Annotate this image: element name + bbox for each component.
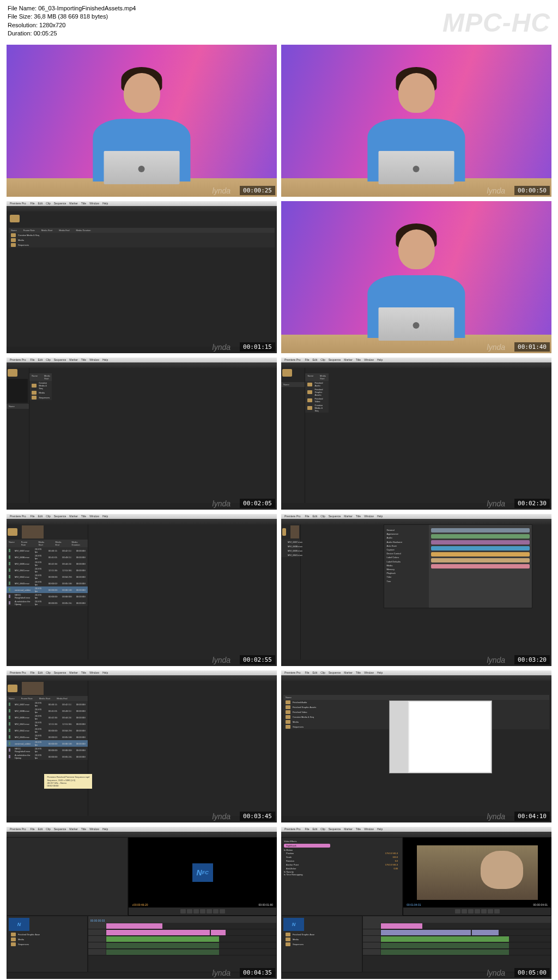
thumbnail-6[interactable]: Premiere ProFileEditClipSequenceMarkerTi… — [281, 358, 551, 510]
transport-controls[interactable] — [129, 908, 276, 915]
timecode: 00:01:15 — [240, 342, 275, 352]
timecode: 00:00:25 — [240, 186, 275, 195]
timecode: 00:00:50 — [514, 186, 550, 195]
project-panel[interactable]: N Finished Graphic Asse Media Sequences — [7, 916, 88, 972]
bin-row[interactable]: Media — [9, 238, 275, 243]
effects-panel[interactable] — [7, 837, 128, 916]
thumbnail-3[interactable]: Premiere Pro FileEditClipSequenceMarkerT… — [7, 201, 277, 353]
thumbnail-12[interactable]: Premiere ProFileEditClipSequenceMarkerTi… — [281, 827, 551, 979]
thumbnail-11[interactable]: Premiere ProFileEditClipSequenceMarkerTi… — [7, 827, 277, 979]
clip-tooltip: Premiere Finished Premiere Sequence.mp4 … — [44, 774, 92, 789]
menubar[interactable]: Premiere Pro FileEditClipSequenceMarkerT… — [7, 201, 277, 207]
program-monitor[interactable]: 00:01:04:01 00:00:04:01 — [403, 837, 551, 916]
thumbnail-4[interactable]: lynda 00:01:40 — [281, 201, 551, 353]
bin-row[interactable]: Creative Media & Seq — [9, 233, 275, 238]
logo-preview: NFC — [192, 863, 213, 882]
thumbnail-2[interactable]: lynda 00:00:50 — [281, 45, 551, 197]
source-monitor[interactable]: NFC +00:00:46:20 00:00:01:80 — [128, 837, 277, 916]
effect-controls[interactable]: Video Effects Nighthawk fx Motion Positi… — [281, 837, 403, 916]
thumbnail-8[interactable]: Premiere ProFileEditClipSequenceMarkerTi… — [281, 514, 551, 666]
preferences-dialog[interactable]: GeneralAppearanceAudioAudio HardwareAuto… — [384, 524, 532, 608]
video-preview — [417, 845, 538, 900]
thumbnail-grid: lynda 00:00:25 lynda 00:00:50 Premiere P… — [0, 41, 558, 980]
window-titlebar — [7, 206, 277, 211]
thumbnail-10[interactable]: Premiere ProFileEditClipSequenceMarkerTi… — [281, 670, 551, 822]
timeline-panel[interactable]: 00:00:00:03 — [88, 916, 277, 972]
clip-list[interactable]: MVI_6837.mov23.976 fps00:40:11:1700:42:1… — [7, 547, 88, 606]
thumbnail-5[interactable]: Premiere ProFileEditClipSequenceMarkerTi… — [7, 358, 277, 510]
thumbnail-7[interactable]: Premiere ProFileEditClipSequenceMarkerTi… — [7, 514, 277, 666]
bin-row[interactable]: Sequences — [9, 243, 275, 247]
player-watermark: MPC-HC — [442, 8, 550, 38]
bin-folder-icon — [10, 215, 20, 222]
thumbnail-9[interactable]: Premiere ProFileEditClipSequenceMarkerTi… — [7, 670, 277, 822]
bin-columns[interactable]: NameFrame RateMedia StartMedia EndMedia … — [9, 228, 275, 233]
thumbnail-1[interactable]: lynda 00:00:25 — [7, 45, 277, 197]
file-info-header: File Name: 06_03-ImportingFinishedAssets… — [0, 0, 558, 41]
import-dialog[interactable] — [389, 700, 492, 773]
timecode: 00:01:40 — [514, 342, 550, 352]
